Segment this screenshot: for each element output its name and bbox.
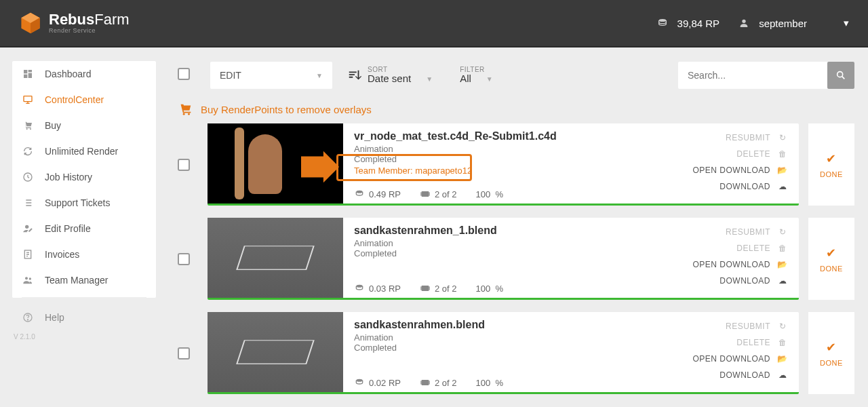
job-checkbox[interactable] <box>178 253 190 265</box>
job-frames: 2 of 2 <box>420 283 457 294</box>
refresh-icon: ↻ <box>777 322 788 331</box>
svg-rect-24 <box>420 192 421 195</box>
svg-point-22 <box>356 191 362 193</box>
download-button[interactable]: DOWNLOAD☁ <box>719 368 788 383</box>
chevron-down-icon: ▼ <box>486 75 493 83</box>
job-thumbnail[interactable] <box>208 312 343 392</box>
filter-control[interactable]: FILTER All▼ <box>460 66 493 85</box>
svg-point-3 <box>658 19 666 22</box>
svg-rect-8 <box>24 75 27 78</box>
job-row: vr_node_mat_test.c4d_Re-Submit1.c4d Anim… <box>178 123 854 206</box>
buy-points-banner[interactable]: Buy RenderPoints to remove overlays <box>178 90 854 123</box>
sidebar-item-label: Support Tickets <box>45 197 111 208</box>
job-progress: 100 % <box>476 284 503 294</box>
job-rp: 0.49 RP <box>354 189 401 199</box>
list-icon <box>22 197 34 209</box>
refresh-icon: ↻ <box>777 133 788 142</box>
job-thumbnail[interactable] <box>208 218 343 298</box>
job-checkbox[interactable] <box>178 159 190 171</box>
job-checkbox[interactable] <box>178 347 190 360</box>
svg-rect-23 <box>422 191 429 197</box>
sidebar-item-dashboard[interactable]: Dashboard <box>12 61 156 87</box>
edit-dropdown[interactable]: EDIT ▼ <box>210 62 332 89</box>
job-title: sandkastenrahmen.blend <box>354 319 646 331</box>
done-label: DONE <box>820 170 843 178</box>
chevron-down-icon: ▼ <box>316 72 323 79</box>
delete-button[interactable]: DELETE🗑 <box>736 241 788 256</box>
job-metrics: 0.03 RP 2 of 2 100 % <box>354 279 646 294</box>
user-menu[interactable]: september ▾ <box>738 17 849 29</box>
resubmit-button[interactable]: RESUBMIT↻ <box>726 130 788 145</box>
search-input[interactable] <box>678 70 827 81</box>
sidebar-item-job-history[interactable]: Job History <box>12 164 156 190</box>
svg-rect-9 <box>24 96 32 102</box>
chevron-down-icon: ▾ <box>844 17 849 29</box>
resubmit-button[interactable]: RESUBMIT↻ <box>726 319 788 334</box>
cart-icon <box>178 102 193 117</box>
username: september <box>759 18 807 29</box>
sidebar-item-team-manager[interactable]: Team Manager <box>12 267 156 293</box>
svg-point-20 <box>188 113 190 115</box>
svg-rect-29 <box>429 286 429 290</box>
job-frames: 2 of 2 <box>420 377 457 388</box>
sidebar-item-label: Invoices <box>45 249 79 260</box>
download-button[interactable]: DOWNLOAD☁ <box>719 273 788 288</box>
search-button[interactable] <box>827 62 854 89</box>
dashboard-icon <box>22 68 34 80</box>
job-list: vr_node_mat_test.c4d_Re-Submit1.c4d Anim… <box>178 123 854 394</box>
filter-value: All <box>460 73 471 85</box>
download-button[interactable]: DOWNLOAD☁ <box>719 179 788 194</box>
job-type: Animation <box>354 332 646 343</box>
cloud-download-icon: ☁ <box>777 276 788 286</box>
folder-open-icon: 📂 <box>777 260 788 269</box>
open-download-button[interactable]: OPEN DOWNLOAD📂 <box>692 163 788 178</box>
app-header: RebusFarm Render Service 39,84 RP septem… <box>0 0 868 47</box>
sidebar-item-label: Job History <box>45 172 92 182</box>
job-status: Completed <box>354 343 646 353</box>
user-edit-icon <box>22 222 34 235</box>
job-row: sandkastenrahmen_1.blend Animation Compl… <box>178 218 854 300</box>
sidebar-item-support-tickets[interactable]: Support Tickets <box>12 190 156 216</box>
job-status: Completed <box>354 154 646 164</box>
select-all-checkbox[interactable] <box>178 68 190 80</box>
open-download-button[interactable]: OPEN DOWNLOAD📂 <box>692 257 788 272</box>
job-title: sandkastenrahmen_1.blend <box>354 225 646 237</box>
brand-logo[interactable]: RebusFarm Render Service <box>19 12 657 35</box>
job-type: Animation <box>354 238 646 248</box>
job-actions: RESUBMIT↻ DELETE🗑 OPEN DOWNLOAD📂 DOWNLOA… <box>656 218 799 298</box>
sidebar-item-edit-profile[interactable]: Edit Profile <box>12 216 156 241</box>
sidebar-item-buy[interactable]: Buy <box>12 113 156 138</box>
trash-icon: 🗑 <box>777 244 788 253</box>
team-icon <box>22 274 34 286</box>
job-type: Animation <box>354 144 646 154</box>
sidebar-item-label: Team Manager <box>45 275 108 286</box>
check-icon: ✔ <box>826 246 837 260</box>
sort-control[interactable]: SORT Date sent▼ <box>346 66 433 85</box>
sidebar-item-invoices[interactable]: Invoices <box>12 241 156 267</box>
job-row: sandkastenrahmen.blend Animation Complet… <box>178 312 854 394</box>
delete-button[interactable]: DELETE🗑 <box>736 335 788 350</box>
search-box <box>678 62 854 89</box>
sidebar-item-controlcenter[interactable]: ControlCenter <box>12 87 156 113</box>
brand-tagline: Render Service <box>49 27 130 34</box>
resubmit-button[interactable]: RESUBMIT↻ <box>726 225 788 239</box>
job-actions: RESUBMIT↻ DELETE🗑 OPEN DOWNLOAD📂 DOWNLOA… <box>656 312 799 392</box>
sidebar-item-unlimited-render[interactable]: Unlimited Render <box>12 138 156 164</box>
svg-rect-5 <box>24 70 27 73</box>
search-icon <box>835 70 846 81</box>
cart-icon <box>22 119 34 132</box>
svg-point-15 <box>29 277 31 279</box>
svg-point-26 <box>356 285 362 288</box>
coins-icon <box>657 18 668 28</box>
monitor-icon <box>22 94 34 106</box>
delete-button[interactable]: DELETE🗑 <box>736 147 788 161</box>
svg-point-4 <box>742 20 745 23</box>
done-badge: ✔ DONE <box>808 123 854 206</box>
svg-rect-33 <box>429 381 429 384</box>
done-badge: ✔ DONE <box>808 218 854 300</box>
balance-display[interactable]: 39,84 RP <box>657 18 720 29</box>
open-download-button[interactable]: OPEN DOWNLOAD📂 <box>692 351 788 366</box>
help-link[interactable]: Help <box>12 306 156 329</box>
sort-value: Date sent <box>368 73 411 85</box>
invoice-icon <box>22 248 34 260</box>
